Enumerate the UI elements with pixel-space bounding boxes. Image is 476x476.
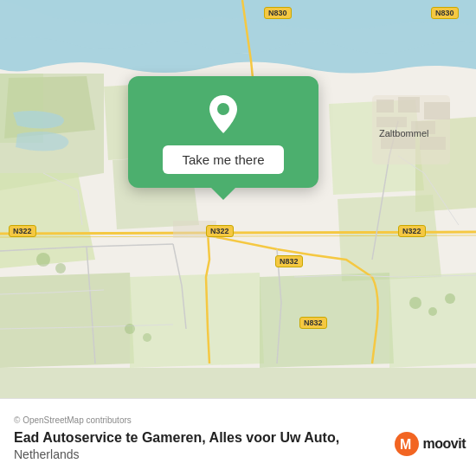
info-bar: © OpenStreetMap contributors Ead Autoser… <box>0 398 476 476</box>
svg-rect-4 <box>376 100 394 113</box>
svg-point-16 <box>445 293 455 304</box>
svg-point-19 <box>217 103 229 115</box>
svg-rect-5 <box>398 97 420 113</box>
svg-rect-2 <box>0 368 476 398</box>
svg-text:M: M <box>400 437 411 452</box>
svg-point-18 <box>143 333 151 342</box>
road-label-n322-1: N322 <box>9 225 36 237</box>
svg-point-12 <box>36 253 50 267</box>
location-pin-icon <box>201 92 246 137</box>
svg-point-14 <box>409 297 421 309</box>
svg-rect-10 <box>420 137 446 150</box>
map-background <box>0 0 476 398</box>
svg-point-15 <box>428 307 437 316</box>
svg-rect-6 <box>424 102 450 119</box>
road-label-n830-1: N830 <box>264 7 292 19</box>
svg-point-13 <box>55 263 66 273</box>
road-label-n832-1: N832 <box>275 255 303 267</box>
copyright-line: © OpenStreetMap contributors <box>14 415 462 425</box>
zaltbommel-label: Zaltbommel <box>379 128 428 138</box>
popup-card: Take me there <box>128 76 318 188</box>
map-container: N830 N830 N322 N322 N322 N832 N832 Zaltb… <box>0 0 476 398</box>
svg-rect-7 <box>376 117 407 127</box>
road-label-n322-2: N322 <box>206 225 234 237</box>
road-label-n830-2: N830 <box>431 7 459 19</box>
road-label-n832-2: N832 <box>299 317 327 329</box>
copyright-text: © OpenStreetMap contributors <box>14 415 132 425</box>
moovit-text: moovit <box>423 436 466 452</box>
moovit-icon: M <box>394 431 420 457</box>
moovit-logo: M moovit <box>394 431 466 457</box>
take-me-there-button[interactable]: Take me there <box>163 145 283 174</box>
svg-point-17 <box>125 324 135 334</box>
road-label-n322-3: N322 <box>398 225 426 237</box>
